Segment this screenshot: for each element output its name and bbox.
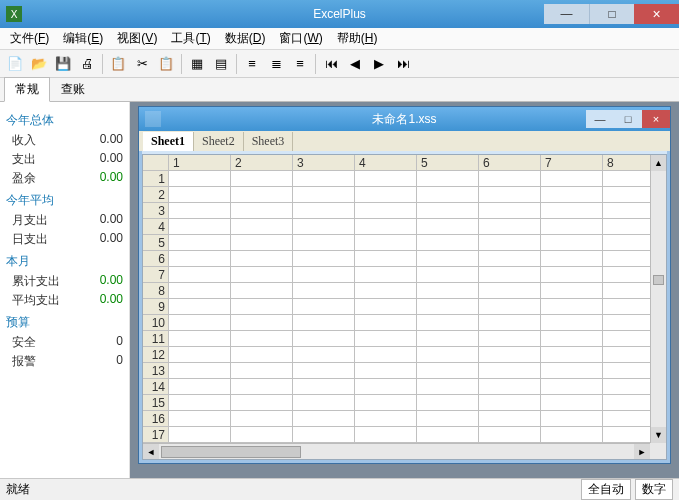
cell[interactable] [293, 299, 355, 315]
cell[interactable] [355, 363, 417, 379]
cell[interactable] [231, 315, 293, 331]
menu-h[interactable]: 帮助(H) [331, 28, 384, 49]
row-header[interactable]: 17 [143, 427, 169, 443]
cell[interactable] [479, 171, 541, 187]
cell[interactable] [231, 299, 293, 315]
cell[interactable] [293, 267, 355, 283]
row-header[interactable]: 5 [143, 235, 169, 251]
cell[interactable] [169, 331, 231, 347]
cell[interactable] [541, 219, 603, 235]
sheet-tab-2[interactable]: Sheet3 [244, 132, 294, 151]
cell[interactable] [231, 235, 293, 251]
cell[interactable] [417, 427, 479, 443]
cell[interactable] [417, 299, 479, 315]
cell[interactable] [169, 171, 231, 187]
menu-f[interactable]: 文件(F) [4, 28, 55, 49]
cell[interactable] [417, 187, 479, 203]
scroll-left-icon[interactable]: ◄ [143, 444, 159, 460]
cell[interactable] [169, 379, 231, 395]
grid2-button[interactable]: ▤ [210, 53, 232, 75]
row-header[interactable]: 9 [143, 299, 169, 315]
new-button[interactable]: 📄 [4, 53, 26, 75]
cell[interactable] [541, 379, 603, 395]
cell[interactable] [417, 203, 479, 219]
cell[interactable] [541, 171, 603, 187]
row-header[interactable]: 2 [143, 187, 169, 203]
cell[interactable] [169, 251, 231, 267]
row-header[interactable]: 8 [143, 283, 169, 299]
cell[interactable] [541, 267, 603, 283]
tab-1[interactable]: 查账 [50, 77, 96, 101]
cell[interactable] [417, 395, 479, 411]
cell[interactable] [479, 219, 541, 235]
row-header[interactable]: 4 [143, 219, 169, 235]
cell[interactable] [169, 315, 231, 331]
cell[interactable] [479, 299, 541, 315]
close-button[interactable]: × [634, 4, 679, 24]
grid-corner[interactable] [143, 155, 169, 171]
cell[interactable] [417, 235, 479, 251]
cell[interactable] [479, 411, 541, 427]
scroll-down-icon[interactable]: ▼ [651, 427, 666, 443]
minimize-button[interactable]: — [544, 4, 589, 24]
cell[interactable] [293, 171, 355, 187]
cell[interactable] [417, 347, 479, 363]
cell[interactable] [293, 347, 355, 363]
row-header[interactable]: 15 [143, 395, 169, 411]
cell[interactable] [479, 267, 541, 283]
row-header[interactable]: 13 [143, 363, 169, 379]
cell[interactable] [231, 363, 293, 379]
nav-next-button[interactable]: ▶ [368, 53, 390, 75]
maximize-button[interactable]: □ [589, 4, 634, 24]
hscroll-thumb[interactable] [161, 446, 301, 458]
cell[interactable] [231, 267, 293, 283]
align-l-button[interactable]: ≡ [241, 53, 263, 75]
cut-button[interactable]: ✂ [131, 53, 153, 75]
cell[interactable] [293, 219, 355, 235]
menu-v[interactable]: 视图(V) [111, 28, 163, 49]
cell[interactable] [417, 315, 479, 331]
cell[interactable] [479, 459, 541, 460]
cell[interactable] [293, 331, 355, 347]
row-header[interactable]: 14 [143, 379, 169, 395]
cell[interactable] [417, 283, 479, 299]
cell[interactable] [169, 267, 231, 283]
cell[interactable] [541, 347, 603, 363]
cell[interactable] [293, 315, 355, 331]
cell[interactable] [231, 347, 293, 363]
cell[interactable] [293, 203, 355, 219]
row-header[interactable]: 16 [143, 411, 169, 427]
menu-d[interactable]: 数据(D) [219, 28, 272, 49]
cell[interactable] [293, 283, 355, 299]
cell[interactable] [541, 395, 603, 411]
vertical-scrollbar[interactable]: ▲ ▼ [650, 155, 666, 443]
cell[interactable] [293, 379, 355, 395]
sheet-tab-1[interactable]: Sheet2 [194, 132, 244, 151]
cell[interactable] [293, 427, 355, 443]
cell[interactable] [231, 283, 293, 299]
horizontal-scrollbar[interactable]: ◄ ► [143, 443, 650, 459]
cell[interactable] [169, 299, 231, 315]
cell[interactable] [231, 331, 293, 347]
cell[interactable] [417, 459, 479, 460]
cell[interactable] [293, 235, 355, 251]
nav-first-button[interactable]: ⏮ [320, 53, 342, 75]
cell[interactable] [355, 251, 417, 267]
cell[interactable] [417, 251, 479, 267]
cell[interactable] [231, 251, 293, 267]
cell[interactable] [293, 363, 355, 379]
cell[interactable] [355, 203, 417, 219]
cell[interactable] [169, 219, 231, 235]
cell[interactable] [355, 347, 417, 363]
menu-t[interactable]: 工具(T) [165, 28, 216, 49]
child-minimize-button[interactable]: — [586, 110, 614, 128]
row-header[interactable]: 1 [143, 171, 169, 187]
cell[interactable] [169, 203, 231, 219]
cell[interactable] [169, 411, 231, 427]
cell[interactable] [355, 459, 417, 460]
child-maximize-button[interactable]: □ [614, 110, 642, 128]
grid-button[interactable]: ▦ [186, 53, 208, 75]
col-header[interactable]: 2 [231, 155, 293, 171]
menu-e[interactable]: 编辑(E) [57, 28, 109, 49]
row-header[interactable]: 6 [143, 251, 169, 267]
